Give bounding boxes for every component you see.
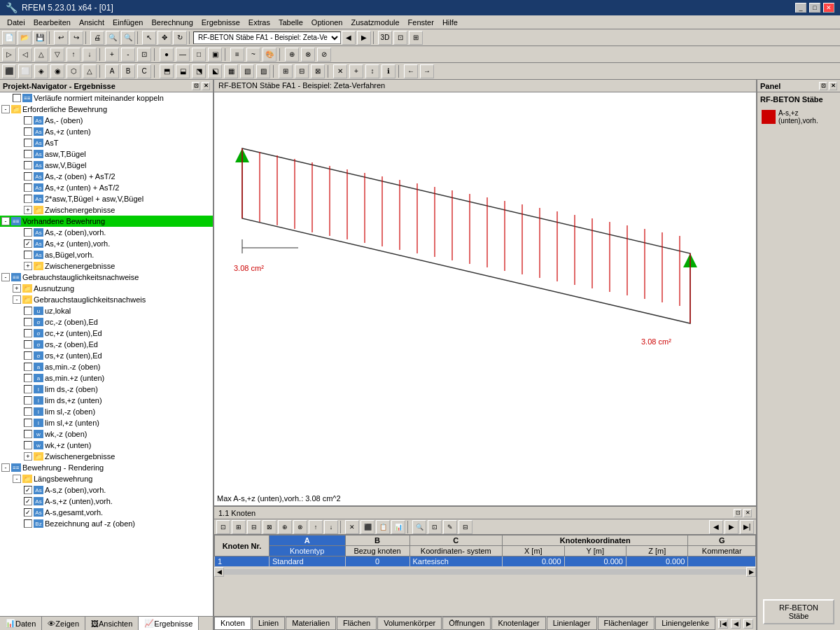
viewport[interactable]: 3.08 cm² 3.08 cm² Max A-s,+z (unten),vor… [214, 92, 756, 505]
bt-6[interactable]: ⊗ [293, 520, 307, 534]
tb2-2[interactable]: ◁ [18, 48, 32, 62]
tb3-5[interactable]: ⬡ [66, 64, 80, 78]
scroll-track[interactable] [224, 569, 746, 575]
menu-berechnung[interactable]: Berechnung [147, 17, 197, 28]
tree-item-16[interactable]: + 📁 Zwischenergebnisse [0, 260, 213, 272]
close-button[interactable]: ✕ [823, 3, 834, 13]
tb3-13[interactable]: ⬕ [208, 64, 222, 78]
tree-item-23[interactable]: σ σs,-z (oben),Ed [0, 339, 213, 350]
tree-expand-17[interactable]: - [1, 273, 10, 281]
tb3-plus[interactable]: + [349, 64, 363, 78]
tree-item-22[interactable]: σ σc,+z (unten),Ed [0, 328, 213, 339]
tree-expand-18[interactable]: + [13, 284, 21, 293]
bt-2[interactable]: ⊞ [232, 520, 246, 534]
tb-redo[interactable]: ↪ [69, 31, 83, 45]
tree-checkbox-9[interactable] [24, 183, 32, 192]
tb-next[interactable]: ▶ [357, 31, 371, 45]
bottom-tab-knotenlager[interactable]: Knotenlager [491, 617, 545, 630]
tree-item-36[interactable]: As A-s,z (oben),vorh. [0, 484, 213, 496]
tb3-4[interactable]: ◉ [50, 64, 64, 78]
tb3-18[interactable]: ⊟ [295, 64, 309, 78]
tb2-surface[interactable]: □ [192, 48, 206, 62]
tb-undo[interactable]: ↩ [54, 31, 68, 45]
table-row-1[interactable]: 1 Standard 0 Kartesisch 0.000 0.000 0.00… [215, 556, 756, 567]
tb3-x[interactable]: ✕ [333, 64, 347, 78]
tb3-1[interactable]: ⬛ [2, 64, 16, 78]
tree-checkbox-15[interactable] [24, 251, 32, 259]
tree-item-34[interactable]: - ≡≡ Bewehrung - Rendering [0, 462, 213, 473]
tb2-5[interactable]: ↑ [66, 48, 80, 62]
right-panel-float[interactable]: ⊡ [819, 82, 827, 90]
tb2-result[interactable]: ≡ [230, 48, 244, 62]
tb-3d[interactable]: 3D [378, 31, 392, 45]
menu-ansicht[interactable]: Ansicht [75, 17, 108, 28]
left-tab-zeigen[interactable]: 👁 Zeigen [42, 617, 85, 630]
tb-snap[interactable]: ⊡ [393, 31, 407, 45]
scroll-left[interactable]: ◀ [214, 567, 224, 577]
tb-print[interactable]: 🖨 [90, 31, 104, 45]
tb3-15[interactable]: ▧ [240, 64, 254, 78]
tb-move[interactable]: ✥ [158, 31, 172, 45]
model-dropdown[interactable]: RF-BETON Stäbe FA1 - Beispiel: Zeta-Ve [193, 31, 341, 44]
maximize-button[interactable]: □ [809, 3, 820, 13]
tree-item-37[interactable]: As A-s,+z (unten),vorh. [0, 496, 213, 507]
tree-item-29[interactable]: l lim sl,-z (oben) [0, 406, 213, 417]
menu-datei[interactable]: Datei [3, 17, 29, 28]
bt-14[interactable]: ⊡ [428, 520, 442, 534]
bt-9[interactable]: ✕ [345, 520, 359, 534]
bottom-tab-linienlager[interactable]: Linienlager [547, 617, 597, 630]
tree-item-13[interactable]: As As,-z (oben),vorh. [0, 227, 213, 238]
tb2-6[interactable]: ↓ [83, 48, 97, 62]
tb3-17[interactable]: ⊞ [279, 64, 293, 78]
tree-item-18[interactable]: + 📁 Ausnutzung [0, 283, 213, 294]
tb3-14[interactable]: ▦ [224, 64, 238, 78]
bt-nav-last[interactable]: ▶| [740, 520, 754, 534]
right-panel-close[interactable]: ✕ [829, 82, 837, 90]
left-tab-daten[interactable]: 📊 Daten [0, 617, 42, 630]
bt-12[interactable]: 📊 [391, 520, 405, 534]
tree-item-25[interactable]: a as,min.-z (oben) [0, 361, 213, 372]
tree-item-6[interactable]: As asw,T,Bügel [0, 148, 213, 160]
tb2-node[interactable]: ● [160, 48, 174, 62]
tree-item-19[interactable]: - 📁 Gebrauchstauglichkeitsnachweis [0, 294, 213, 305]
tb3-3[interactable]: ◈ [34, 64, 48, 78]
menu-zusatzmodule[interactable]: Zusatzmodule [347, 17, 404, 28]
tree-checkbox-13[interactable] [24, 228, 32, 237]
tree-item-32[interactable]: w wk,+z (unten) [0, 440, 213, 451]
tb3-10[interactable]: ⬒ [160, 64, 174, 78]
tb-open[interactable]: 📂 [18, 31, 31, 45]
menu-optionen[interactable]: Optionen [307, 17, 347, 28]
tb3-9[interactable]: C [137, 64, 151, 78]
tree-expand-12[interactable]: - [1, 217, 10, 225]
menu-ergebnisse[interactable]: Ergebnisse [197, 17, 244, 28]
tb2-solid[interactable]: ▣ [208, 48, 222, 62]
bt-11[interactable]: 📋 [376, 520, 390, 534]
bt-7[interactable]: ↑ [309, 520, 323, 534]
tree-item-2[interactable]: - 📁 Erforderliche Bewehrung [0, 104, 213, 115]
menu-bearbeiten[interactable]: Bearbeiten [29, 17, 75, 28]
tree-checkbox-6[interactable] [24, 150, 32, 158]
tb2-3[interactable]: △ [34, 48, 48, 62]
bt-5[interactable]: ⊕ [278, 520, 292, 534]
menu-extras[interactable]: Extras [244, 17, 274, 28]
tb2-1[interactable]: ▷ [2, 48, 16, 62]
bt-tab-first[interactable]: |◀ [718, 619, 728, 629]
tb3-12[interactable]: ⬔ [192, 64, 206, 78]
bt-13[interactable]: 🔍 [412, 520, 426, 534]
bottom-tab-liniengelenke[interactable]: Liniengelenke [655, 617, 715, 630]
tb2-zoom1[interactable]: + [105, 48, 119, 62]
tree-item-9[interactable]: As As,+z (unten) + AsT/2 [0, 182, 213, 193]
tb3-11[interactable]: ⬓ [176, 64, 190, 78]
bt-3[interactable]: ⊟ [247, 520, 261, 534]
tb2-fit[interactable]: ⊡ [137, 48, 151, 62]
bottom-tab-knoten[interactable]: Knoten [214, 617, 251, 630]
bt-16[interactable]: ⊟ [458, 520, 472, 534]
bottom-tab-volumen[interactable]: Volumenkörper [377, 617, 442, 630]
menu-hilfe[interactable]: Hilfe [438, 17, 462, 28]
tb3-6[interactable]: △ [83, 64, 97, 78]
rf-beton-stabe-button[interactable]: RF-BETON Stäbe [763, 599, 834, 624]
tb3-16[interactable]: ▨ [256, 64, 270, 78]
tree-item-7[interactable]: As asw,V,Bügel [0, 160, 213, 171]
tree-item-5[interactable]: As AsT [0, 137, 213, 148]
tree-item-35[interactable]: - 📁 Längsbewehrung [0, 473, 213, 484]
